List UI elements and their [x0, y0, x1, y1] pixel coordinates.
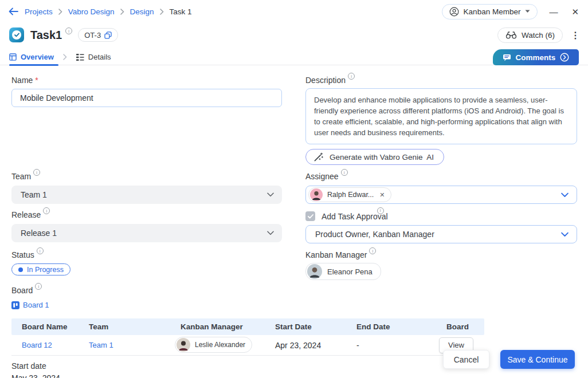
board-link[interactable]: Board 1 — [11, 301, 49, 309]
description-label-text: Description — [305, 76, 346, 85]
info-icon[interactable]: i — [369, 247, 376, 254]
required-asterisk: * — [35, 76, 38, 85]
manager-cell: Leslie Alexander — [170, 337, 265, 353]
watch-label: Watch (6) — [522, 31, 555, 40]
arrow-circle-icon — [560, 53, 569, 62]
description-textarea[interactable]: Develop and enhance mobile applications … — [305, 88, 577, 144]
approval-roles-select[interactable]: Product Owner, Kanban Manager — [305, 225, 577, 243]
start-date-value: May 23, 2024 — [11, 373, 60, 378]
chevron-right-icon — [160, 9, 164, 15]
team-label: Teami — [11, 172, 40, 181]
info-icon[interactable]: i — [377, 207, 384, 214]
name-label-text: Name — [11, 76, 33, 85]
team-link[interactable]: Team 1 — [79, 341, 170, 349]
board-name-link[interactable]: Board 12 — [11, 341, 79, 349]
info-icon[interactable]: i — [348, 73, 355, 80]
kanban-board-icon — [11, 301, 19, 309]
task-header: Task1 i OT-3 Watch (6) ⋮ — [9, 25, 580, 45]
avatar — [307, 264, 322, 279]
team-select[interactable]: Team 1 — [11, 186, 282, 204]
top-bar: Projects Vabro Design Design Task 1 Kanb… — [0, 0, 588, 23]
status-label: Statusi — [11, 250, 44, 259]
assignee-label-text: Assignee — [305, 172, 339, 181]
col-end-date: End Date — [346, 322, 431, 331]
avatar — [310, 188, 323, 201]
cancel-button[interactable]: Cancel — [443, 350, 489, 369]
chevron-down-icon[interactable] — [561, 192, 569, 198]
col-kanban-manager: Kanban Manager — [170, 322, 265, 331]
chevron-down-icon — [267, 231, 274, 235]
assignee-label: Assigneei — [305, 172, 348, 181]
manager-chip: Leslie Alexander — [175, 337, 252, 353]
release-select-value: Release 1 — [21, 229, 57, 238]
generate-ai-label: Generate with Vabro Genie AI — [330, 153, 434, 162]
info-icon[interactable]: i — [341, 169, 348, 176]
info-icon[interactable]: i — [43, 207, 50, 214]
assignee-chip: Ralph Edwar... ✕ — [308, 187, 391, 202]
remove-assignee-icon[interactable]: ✕ — [379, 191, 385, 199]
role-selector-label: Kanban Member — [464, 7, 521, 16]
kanban-manager-label: Kanban Manageri — [305, 250, 376, 259]
chevron-down-icon — [561, 232, 569, 237]
task-key-label: OT-3 — [84, 31, 101, 40]
start-date-label: Start date — [11, 361, 46, 371]
end-date-cell: - — [346, 341, 431, 350]
name-input[interactable] — [11, 89, 282, 107]
release-select[interactable]: Release 1 — [11, 224, 282, 242]
info-icon[interactable]: i — [65, 27, 72, 34]
breadcrumb-task-1: Task 1 — [170, 7, 192, 16]
close-button[interactable]: ✕ — [569, 6, 581, 17]
status-dot-icon — [18, 267, 23, 272]
task-detail-window: Projects Vabro Design Design Task 1 Kanb… — [0, 0, 588, 378]
binoculars-icon — [505, 31, 517, 39]
comments-button[interactable]: Comments — [493, 49, 579, 65]
board-table: Board Name Team Kanban Manager Start Dat… — [11, 318, 484, 356]
tab-details[interactable]: Details — [76, 49, 117, 65]
approval-checkbox[interactable] — [305, 211, 315, 221]
generate-ai-button[interactable]: Generate with Vabro Genie AI — [305, 149, 444, 165]
kanban-manager-value: Eleanor Pena — [327, 267, 373, 276]
team-select-value: Team 1 — [21, 190, 47, 199]
watch-button[interactable]: Watch (6) — [497, 27, 563, 43]
more-options-kebab-icon[interactable]: ⋮ — [571, 30, 580, 41]
col-team: Team — [79, 322, 170, 331]
breadcrumb: Projects Vabro Design Design Task 1 — [25, 7, 192, 16]
save-continue-button[interactable]: Save & Continue — [500, 350, 575, 369]
breadcrumb-projects[interactable]: Projects — [25, 7, 53, 16]
tab-overview-label: Overview — [21, 53, 54, 61]
board-label-text: Board — [11, 286, 33, 295]
info-icon[interactable]: i — [33, 169, 40, 176]
avatar — [177, 338, 190, 352]
minimize-button[interactable]: — — [547, 6, 560, 17]
comment-icon — [503, 54, 511, 61]
col-board-name: Board Name — [11, 322, 79, 331]
comments-label: Comments — [516, 53, 556, 62]
copy-icon[interactable] — [104, 32, 112, 39]
description-label: Descriptioni — [305, 76, 355, 85]
status-value: In Progress — [27, 266, 64, 274]
caret-down-icon — [525, 10, 530, 13]
role-selector-dropdown[interactable]: Kanban Member — [442, 4, 538, 19]
tab-details-label: Details — [88, 53, 111, 61]
info-icon[interactable]: i — [37, 247, 44, 254]
chevron-right-icon — [58, 9, 62, 15]
chevron-down-icon — [267, 192, 274, 197]
release-label: Releasei — [11, 210, 50, 219]
chevron-right-icon — [63, 54, 67, 60]
kanban-manager-label-text: Kanban Manager — [305, 250, 367, 259]
team-label-text: Team — [11, 172, 31, 181]
page-title: Task1 — [30, 29, 62, 42]
tab-overview[interactable]: Overview — [9, 49, 60, 65]
add-task-approval-row: Add Task Approval i — [305, 211, 401, 221]
board-label: Boardi — [11, 286, 42, 295]
manager-name: Leslie Alexander — [195, 341, 245, 349]
assignee-multiselect[interactable]: Ralph Edwar... ✕ — [305, 186, 577, 204]
overview-grid-icon — [9, 53, 17, 61]
name-label: Name* — [11, 76, 38, 85]
back-arrow-icon[interactable] — [8, 7, 19, 16]
info-icon[interactable]: i — [35, 283, 42, 290]
breadcrumb-vabro-design[interactable]: Vabro Design — [68, 7, 115, 16]
breadcrumb-design[interactable]: Design — [130, 7, 154, 16]
magic-wand-icon — [313, 152, 323, 162]
task-check-icon — [9, 27, 24, 42]
